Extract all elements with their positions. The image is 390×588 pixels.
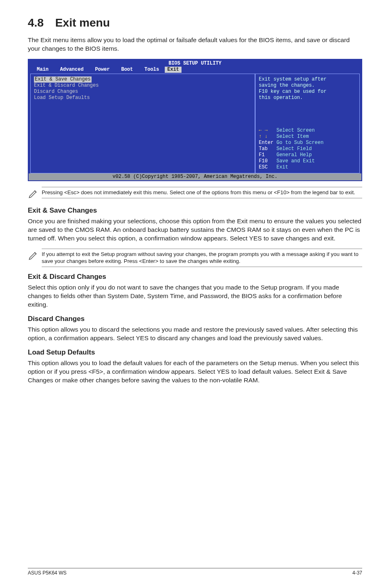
bios-key-desc: Save and Exit — [276, 158, 315, 164]
bios-help-line: this operation. — [259, 95, 356, 101]
section-heading: 4.8Exit menu — [28, 16, 362, 29]
footer-left: ASUS P5K64 WS — [28, 570, 67, 576]
note-text: Pressing <Esc> does not immediately exit… — [42, 189, 362, 196]
arrow-icon: ↑ ↓ — [259, 134, 268, 139]
subheading-discard: Discard Changes — [28, 315, 362, 323]
bios-help-line: F10 key can be used for — [259, 89, 356, 95]
bios-key-row: Enter Go to Sub Screen — [259, 140, 356, 146]
bios-help-pane: Exit system setup after saving the chang… — [255, 74, 360, 173]
bios-tab-tools: Tools — [139, 67, 165, 73]
paragraph-discard: This option allows you to discard the se… — [28, 325, 362, 343]
bios-key-row: F10 Save and Exit — [259, 158, 356, 164]
pencil-icon — [28, 187, 42, 201]
paragraph-save: Once you are finished making your select… — [28, 217, 362, 243]
bios-tab-power: Power — [89, 67, 115, 73]
subheading-save: Exit & Save Changes — [28, 206, 362, 215]
bios-tab-exit: Exit — [165, 67, 182, 73]
bios-key-name: Tab — [259, 146, 268, 152]
bios-key-name: F1 — [259, 152, 264, 158]
bios-key-name: Enter — [259, 140, 273, 146]
bios-copyright: v02.58 (C)Copyright 1985-2007, American … — [29, 173, 361, 180]
bios-key-row: ESC Exit — [259, 164, 356, 171]
bios-key-row: ↑ ↓ Select Item — [259, 134, 356, 140]
bios-key-name: F10 — [259, 158, 268, 164]
bios-key-row: ← → Select Screen — [259, 128, 356, 134]
section-number: 4.8 — [28, 16, 44, 29]
arrow-icon: ← → — [259, 128, 268, 133]
bios-tab-boot: Boot — [115, 67, 139, 73]
bios-key-desc: Select Item — [276, 134, 309, 139]
bios-tab-main: Main — [31, 67, 54, 73]
bios-menu-item: Exit & Save Changes — [34, 76, 92, 83]
bios-key-desc: Select Screen — [276, 128, 315, 133]
bios-body: Exit & Save Changes Exit & Discard Chang… — [29, 74, 361, 173]
subheading-defaults: Load Setup Defaults — [28, 348, 362, 357]
note-text-wrap: Pressing <Esc> does not immediately exit… — [42, 187, 362, 198]
section-title: Exit menu — [55, 16, 110, 29]
page-footer: ASUS P5K64 WS 4-37 — [28, 568, 362, 576]
bios-screenshot: BIOS SETUP UTILITY Main Advanced Power B… — [28, 59, 362, 181]
pencil-icon — [28, 249, 42, 263]
bios-menu-item: Load Setup Defaults — [34, 95, 251, 101]
intro-paragraph: The Exit menu items allow you to load th… — [28, 36, 362, 53]
note-text-wrap: If you attempt to exit the Setup program… — [42, 249, 362, 267]
footer-right: 4-37 — [352, 570, 362, 576]
paragraph-defaults: This option allows you to load the defau… — [28, 359, 362, 385]
bios-menu-item: Exit & Discard Changes — [34, 83, 251, 89]
bios-tab-advanced: Advanced — [54, 67, 90, 73]
paragraph-discard-exit: Select this option only if you do not wa… — [28, 283, 362, 309]
bios-help-text: Exit system setup after saving the chang… — [259, 76, 356, 101]
bios-key-desc: Go to Sub Screen — [276, 140, 323, 146]
bios-key-desc: Select Field — [276, 146, 312, 152]
bios-key-desc: Exit — [276, 164, 288, 170]
bios-help-line: saving the changes. — [259, 83, 356, 89]
bios-tab-bar: Main Advanced Power Boot Tools Exit — [29, 67, 361, 74]
document-page: 4.8Exit menu The Exit menu items allow y… — [0, 0, 390, 588]
note-block: Pressing <Esc> does not immediately exit… — [28, 187, 362, 201]
bios-key-row: F1 General Help — [259, 152, 356, 158]
bios-key-legend: ← → Select Screen ↑ ↓ Select Item Enter … — [259, 128, 356, 171]
subheading-discard-exit: Exit & Discard Changes — [28, 273, 362, 281]
bios-key-row: Tab Select Field — [259, 146, 356, 152]
note-block: If you attempt to exit the Setup program… — [28, 249, 362, 267]
bios-menu-item: Discard Changes — [34, 89, 251, 95]
bios-menu-pane: Exit & Save Changes Exit & Discard Chang… — [30, 74, 255, 173]
bios-title: BIOS SETUP UTILITY — [29, 60, 361, 67]
bios-help-line: Exit system setup after — [259, 76, 356, 83]
note-text: If you attempt to exit the Setup program… — [42, 251, 362, 265]
bios-key-name: ESC — [259, 164, 268, 170]
bios-key-desc: General Help — [276, 152, 312, 158]
